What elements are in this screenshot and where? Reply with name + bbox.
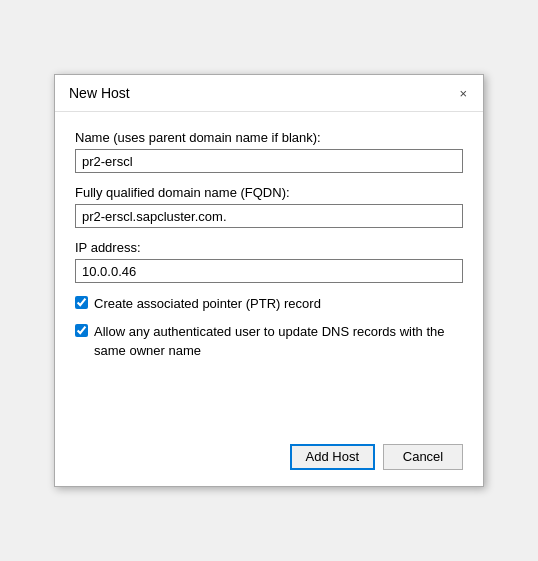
dns-checkbox-group: Allow any authenticated user to update D… [75,323,463,359]
ptr-checkbox-group: Create associated pointer (PTR) record [75,295,463,313]
dns-checkbox-label[interactable]: Allow any authenticated user to update D… [94,323,463,359]
dns-checkbox[interactable] [75,324,88,337]
new-host-dialog: New Host × Name (uses parent domain name… [54,74,484,487]
dialog-body: Name (uses parent domain name if blank):… [55,112,483,434]
fqdn-input[interactable] [75,204,463,228]
ptr-checkbox-label[interactable]: Create associated pointer (PTR) record [94,295,321,313]
fqdn-label: Fully qualified domain name (FQDN): [75,185,463,200]
name-label: Name (uses parent domain name if blank): [75,130,463,145]
spacer [75,370,463,420]
title-bar: New Host × [55,75,483,112]
dialog-title: New Host [69,85,130,101]
ip-field-group: IP address: [75,240,463,283]
fqdn-field-group: Fully qualified domain name (FQDN): [75,185,463,228]
cancel-button[interactable]: Cancel [383,444,463,470]
close-button[interactable]: × [457,87,469,100]
ip-label: IP address: [75,240,463,255]
ip-input[interactable] [75,259,463,283]
ptr-checkbox[interactable] [75,296,88,309]
name-input[interactable] [75,149,463,173]
add-host-button[interactable]: Add Host [290,444,375,470]
close-icon: × [459,87,467,100]
button-row: Add Host Cancel [55,434,483,486]
name-field-group: Name (uses parent domain name if blank): [75,130,463,173]
